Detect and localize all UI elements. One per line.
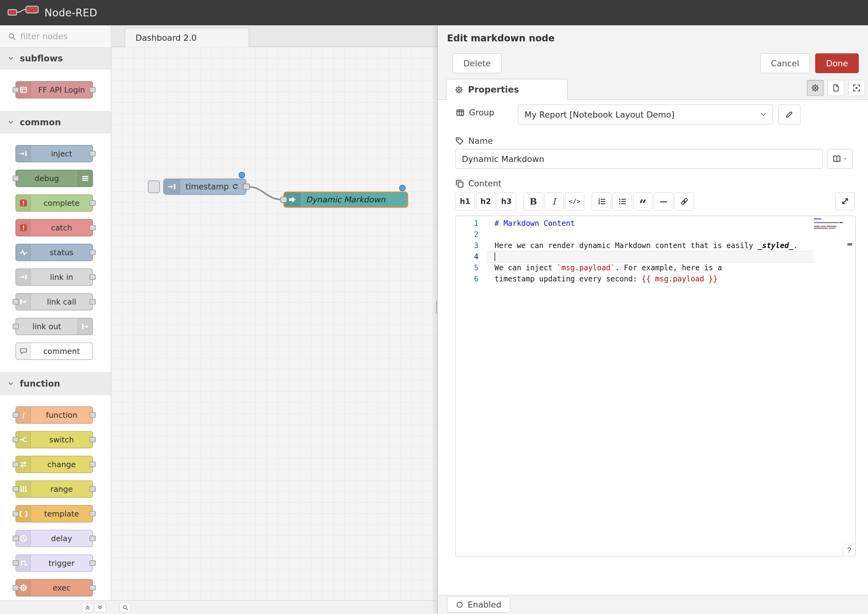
editor-minimap[interactable] [814,219,846,229]
edit-node-tray: Edit markdown node Delete Cancel Done Pr… [437,25,868,614]
group-select[interactable]: My Report [Notebook Layout Demo] [518,105,773,124]
palette-expand-all-button[interactable] [94,603,106,612]
svg-text:{ }: { } [19,510,28,518]
md-italic-button[interactable]: I [544,192,564,211]
palette-node-label: status [31,244,92,260]
name-label: Name [455,136,493,146]
palette-node-function[interactable]: ffunction [16,406,93,423]
node-input-port [12,324,19,329]
node-appearance-button[interactable] [848,80,865,96]
md-horizontal-rule-button[interactable]: — [654,192,673,211]
flow-node-timestamp[interactable]: timestamp [163,179,246,195]
editor-lines: 1# Markdown Content23Here we can render … [456,218,856,284]
md-code-button[interactable]: </> [565,192,584,211]
md-ordered-list-button[interactable]: 123 [592,192,611,211]
label-options-button[interactable] [827,149,853,169]
tab-properties[interactable]: Properties [446,79,568,100]
tray-body: Group My Report [Notebook Layout Demo] N… [438,100,868,595]
palette-node-label: complete [31,195,92,211]
edit-group-button[interactable] [778,105,800,124]
editor-help-button[interactable]: ? [843,544,856,556]
node-output-port [90,560,96,566]
palette-category-function[interactable]: function [0,372,111,395]
palette-node-debug[interactable]: debug [16,170,93,187]
node-label: timestamp [180,179,246,194]
palette-node-link-out[interactable]: link out [16,318,93,335]
palette-node-complete[interactable]: complete [16,194,93,212]
node-output-port [90,437,96,442]
wire-layer [111,47,437,600]
palette-node-catch[interactable]: catch [16,219,93,236]
node-input-port [12,175,19,181]
md-heading2-button[interactable]: h2 [476,192,495,211]
palette-node-label: link out [16,318,78,335]
name-input[interactable] [455,149,823,169]
tray-toolbar: Delete Cancel Done [438,51,868,78]
md-blockquote-button[interactable]: “ [633,192,652,211]
delete-button[interactable]: Delete [452,53,502,73]
editor-line-6[interactable]: 6timestamp updating every second: {{ msg… [456,273,856,284]
node-output-port [90,412,96,418]
flow-node-dynamic-markdown[interactable]: Dynamic Markdown [283,192,408,208]
palette-node-change[interactable]: change [16,456,93,473]
node-input-port [12,299,19,304]
flow-canvas[interactable]: timestamp Dynamic Markdown [111,47,437,600]
palette-node-ff-api-login[interactable]: FF API Login [16,81,93,98]
palette-node-label: comment [31,343,92,359]
palette-category-common[interactable]: common [0,111,111,133]
palette-node-template[interactable]: { }template [16,505,93,523]
palette-node-label: catch [31,220,92,236]
node-output-port[interactable] [243,184,250,190]
node-input-port[interactable] [280,197,287,203]
search-icon [8,33,16,40]
palette-node-link-call[interactable]: link call [16,293,93,310]
palette-node-label: FF API Login [31,82,92,98]
md-bold-button[interactable]: B [523,192,543,211]
palette-node-range[interactable]: range [16,481,93,498]
markdown-editor[interactable]: 1# Markdown Content23Here we can render … [455,216,856,556]
done-button[interactable]: Done [815,53,859,73]
palette-node-exec[interactable]: exec [16,579,93,596]
node-input-port [12,412,19,418]
app-header: Node-RED [0,0,868,25]
palette-node-label: switch [31,432,92,448]
edit-properties-button[interactable] [807,80,823,96]
chevron-down-icon [8,119,14,126]
palette-node-label: trigger [31,555,92,571]
palette-node-trigger[interactable]: trigger [16,554,93,572]
expand-editor-button[interactable] [835,192,855,210]
palette-node-switch[interactable]: switch [16,431,93,448]
palette-collapse-all-button[interactable] [82,603,93,612]
wire[interactable] [247,187,283,200]
search-flows-button[interactable] [120,603,131,612]
cancel-button[interactable]: Cancel [760,53,810,73]
category-label: subflows [20,53,63,64]
node-enabled-toggle[interactable]: Enabled [447,597,510,613]
palette-category-body: injectdebugcompletecatchstatuslink inlin… [0,133,111,373]
copy-icon [455,179,464,188]
md-heading3-button[interactable]: h3 [497,192,516,211]
md-unordered-list-button[interactable] [612,192,632,211]
tab-properties-label: Properties [468,85,519,95]
flow-tab-dashboard[interactable]: Dashboard 2.0 [125,28,249,47]
palette-node-status[interactable]: status [16,244,93,261]
palette-category-subflows[interactable]: subflows [0,47,111,70]
editor-line-5[interactable]: 5We can inject `msg.payload`. For exampl… [456,262,856,273]
palette-node-inject[interactable]: inject [16,145,93,162]
palette-node-link-in[interactable]: link in [16,268,93,286]
inject-icon [16,146,31,162]
node-description-button[interactable] [828,80,844,96]
editor-line-2[interactable]: 2 [456,229,856,240]
node-output-port [90,511,96,516]
palette-search-input[interactable] [20,31,98,41]
editor-line-1[interactable]: 1# Markdown Content [456,218,856,229]
palette-node-comment[interactable]: comment [16,343,93,360]
md-heading1-button[interactable]: h1 [455,192,475,211]
inject-trigger-button[interactable] [148,180,160,193]
md-link-button[interactable] [674,192,694,211]
table-icon [456,108,464,117]
palette-node-delay[interactable]: delay [16,530,93,547]
editor-line-4[interactable]: 4 [456,251,856,262]
editor-line-3[interactable]: 3Here we can render dynamic Markdown con… [456,240,856,251]
chevron-down-icon [8,380,14,387]
